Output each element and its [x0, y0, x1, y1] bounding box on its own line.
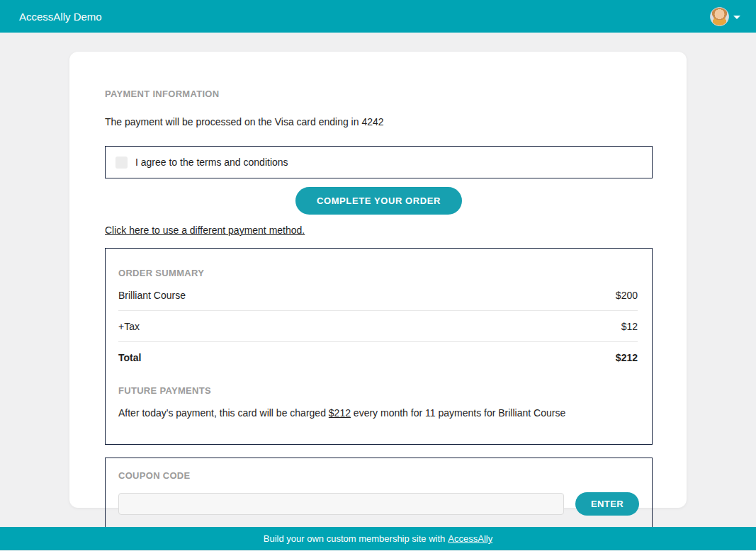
total-label: Total	[118, 352, 141, 363]
coupon-code-input[interactable]	[118, 493, 564, 515]
future-text-before: After today's payment, this card will be…	[118, 407, 329, 419]
user-avatar[interactable]	[710, 7, 729, 26]
summary-row-item: Brilliant Course $200	[118, 280, 638, 311]
future-payments-heading: FUTURE PAYMENTS	[118, 385, 638, 396]
complete-order-button-row: COMPLETE YOUR ORDER	[105, 187, 653, 215]
order-summary-heading: ORDER SUMMARY	[118, 268, 638, 278]
summary-row-tax: +Tax $12	[118, 311, 638, 342]
line-item-value: $200	[616, 290, 638, 301]
future-amount: $212	[329, 407, 351, 419]
line-item-label: +Tax	[118, 321, 140, 332]
footer-bar: Build your own custom membership site wi…	[0, 527, 756, 550]
summary-row-total: Total $212	[118, 342, 638, 373]
chevron-down-icon[interactable]	[733, 16, 740, 19]
coupon-code-box: COUPON CODE ENTER	[105, 458, 653, 530]
footer-text: Build your own custom membership site wi…	[264, 533, 446, 544]
different-payment-row: Click here to use a different payment me…	[105, 224, 653, 237]
footer-accessally-link[interactable]: AccessAlly	[448, 533, 492, 544]
terms-checkbox[interactable]	[115, 157, 128, 169]
top-navigation-bar: AccessAlly Demo	[0, 0, 756, 33]
coupon-code-heading: COUPON CODE	[118, 470, 639, 481]
app-title: AccessAlly Demo	[19, 11, 102, 23]
payment-information-heading: PAYMENT INFORMATION	[105, 89, 653, 99]
coupon-input-row: ENTER	[118, 492, 639, 516]
line-item-label: Brilliant Course	[118, 290, 186, 301]
coupon-enter-button[interactable]: ENTER	[575, 492, 639, 516]
future-payments-text: After today's payment, this card will be…	[118, 407, 638, 419]
different-payment-link[interactable]: Click here to use a different payment me…	[105, 225, 305, 236]
complete-order-button[interactable]: COMPLETE YOUR ORDER	[295, 187, 462, 215]
user-menu[interactable]	[710, 7, 740, 26]
payment-description: The payment will be processed on the Vis…	[105, 116, 653, 127]
terms-checkbox-label[interactable]: I agree to the terms and conditions	[135, 157, 288, 168]
total-value: $212	[616, 352, 638, 363]
future-text-after: every month for 11 payments for Brillian…	[351, 407, 565, 419]
payment-card: PAYMENT INFORMATION The payment will be …	[69, 52, 687, 508]
order-summary-box: ORDER SUMMARY Brilliant Course $200 +Tax…	[105, 248, 653, 445]
terms-agreement-box: I agree to the terms and conditions	[105, 146, 653, 178]
line-item-value: $12	[621, 321, 638, 332]
